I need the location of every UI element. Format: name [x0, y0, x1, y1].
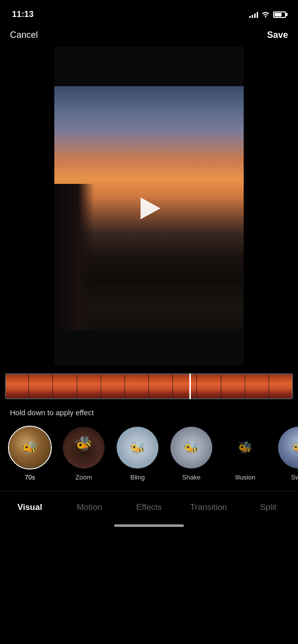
- effect-item-sway[interactable]: Sway: [277, 426, 298, 481]
- effect-circle-illusion: [223, 426, 267, 470]
- video-frame[interactable]: [54, 86, 244, 330]
- home-indicator: [0, 519, 298, 530]
- effect-circle-70s: [8, 426, 52, 470]
- cancel-button[interactable]: Cancel: [10, 30, 38, 40]
- play-button[interactable]: [134, 193, 164, 223]
- tab-motion[interactable]: Motion: [60, 499, 120, 515]
- tab-transition[interactable]: Transition: [179, 499, 239, 515]
- effect-label-bling: Bling: [131, 474, 145, 481]
- tab-split[interactable]: Split: [238, 499, 298, 515]
- effect-item-70s[interactable]: 70s: [8, 426, 52, 481]
- effect-label-70s: 70s: [25, 474, 35, 481]
- effect-circle-shake: [169, 426, 213, 470]
- status-bar: 11:13: [0, 0, 298, 26]
- signal-icon: [249, 11, 258, 18]
- effect-label-shake: Shake: [182, 474, 201, 481]
- effect-item-bling[interactable]: Bling: [116, 426, 159, 481]
- status-icons: [249, 10, 286, 19]
- hold-down-text: Hold down to apply effect: [0, 403, 298, 424]
- effect-circle-bling: [116, 426, 159, 470]
- tab-visual[interactable]: Visual: [0, 499, 60, 515]
- timeline-strip[interactable]: [5, 373, 293, 399]
- effect-label-sway: Sway: [291, 474, 298, 481]
- tab-effects[interactable]: Effects: [119, 499, 179, 515]
- status-time: 11:13: [12, 9, 33, 19]
- nav-bar: Cancel Save: [0, 26, 298, 46]
- effect-circle-sway: [277, 426, 298, 470]
- battery-icon: [273, 11, 286, 18]
- effect-circle-zoom: [62, 426, 106, 470]
- home-bar: [114, 524, 184, 527]
- effect-item-illusion[interactable]: Illusion: [223, 426, 267, 481]
- play-icon: [141, 197, 160, 219]
- effect-item-zoom[interactable]: Zoom: [62, 426, 106, 481]
- effects-row: 70sZoomBlingShakeIllusionSway: [0, 424, 298, 485]
- video-top-letterbox: [54, 46, 244, 86]
- timeline-playhead[interactable]: [189, 373, 191, 399]
- effect-label-illusion: Illusion: [235, 474, 255, 481]
- timeline-container: [0, 365, 298, 403]
- save-button[interactable]: Save: [267, 30, 288, 40]
- effect-label-zoom: Zoom: [75, 474, 92, 481]
- wifi-icon: [261, 10, 270, 19]
- video-container: [54, 46, 244, 365]
- video-bottom-letterbox: [54, 330, 244, 365]
- bottom-tabs: VisualMotionEffectsTransitionSplit: [0, 491, 298, 519]
- effect-item-shake[interactable]: Shake: [169, 426, 213, 481]
